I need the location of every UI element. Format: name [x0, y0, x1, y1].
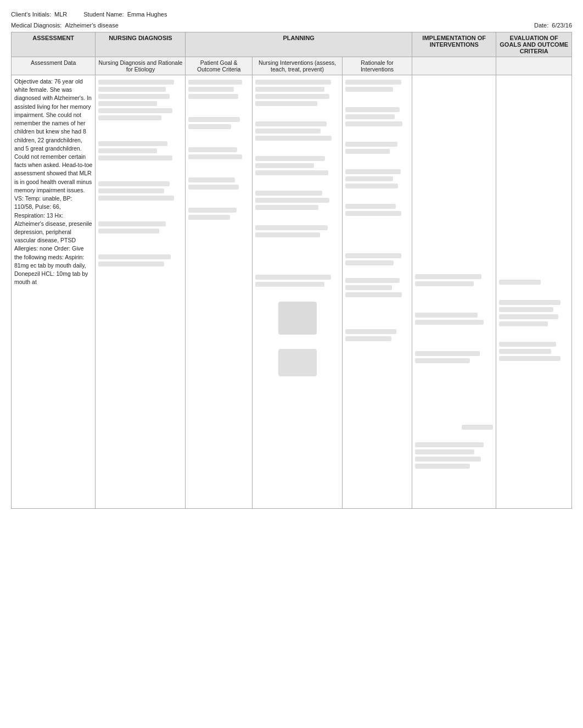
- evaluation-content: [499, 77, 569, 398]
- impl-spacer-6: [415, 432, 493, 440]
- ni-blur-17: [255, 282, 324, 287]
- table-row-main: Objective data: 76 year old white female…: [12, 75, 572, 509]
- sub-rationale-header: Rationale for Interventions: [343, 57, 412, 75]
- ni-blur-13: [255, 205, 318, 210]
- goal-blur-3: [188, 94, 238, 99]
- evaluation-cell: [496, 75, 572, 509]
- clients-initials-label: Client's Initials:: [11, 11, 51, 18]
- image-blur-2: [278, 349, 317, 376]
- blur-16: [98, 262, 164, 266]
- impl-blur-5: [415, 351, 480, 356]
- impl-blur-7: [462, 425, 493, 430]
- goal-spacer-4: [188, 192, 249, 205]
- impl-spacer-top: [415, 80, 493, 272]
- eval-blur-7: [499, 349, 551, 354]
- rat-blur-5: [345, 121, 402, 126]
- image-blur-1: [278, 302, 317, 335]
- impl-spacer-2: [415, 288, 493, 310]
- rat-blur-10: [345, 184, 398, 188]
- rat-blur-7: [345, 149, 390, 154]
- impl-blur-4: [415, 320, 484, 325]
- impl-blur-2: [415, 281, 474, 286]
- rat-blur-15: [345, 278, 400, 283]
- ni-spacer-4: [255, 212, 339, 223]
- rat-spacer-4: [345, 191, 409, 202]
- eval-spacer-4: [499, 363, 569, 396]
- ni-spacer-8: [255, 381, 339, 408]
- impl-spacer-7: [415, 471, 493, 504]
- blur-7: [98, 141, 167, 146]
- eval-blur-4: [499, 314, 558, 319]
- table-header-row-2: Assessment Data Nursing Diagnosis and Ra…: [12, 57, 572, 75]
- goal-spacer-2: [188, 131, 249, 145]
- implementation-header: IMPLEMENTATION OF INTERVENTIONS: [412, 32, 496, 57]
- goal-blur-6: [188, 147, 237, 152]
- blur-3: [98, 94, 170, 99]
- date-value: 6/23/16: [552, 22, 572, 29]
- rat-blur-17: [345, 292, 402, 297]
- nursing-diag-cell: [96, 75, 186, 509]
- rat-spacer-3: [345, 156, 409, 167]
- blur-2: [98, 87, 165, 92]
- rat-blur-6: [345, 142, 397, 147]
- rat-blur-18: [345, 329, 396, 334]
- blur-1: [98, 80, 174, 85]
- impl-spacer-4: [415, 365, 493, 409]
- ni-blur-9: [255, 163, 314, 168]
- planning-header: PLANNING: [186, 32, 412, 57]
- sub-assessment-header: Assessment Data: [12, 57, 96, 75]
- rat-blur-4: [345, 114, 395, 119]
- spacer-5: [98, 269, 182, 324]
- goal-blur-4: [188, 117, 240, 122]
- ni-spacer-1: [255, 108, 339, 119]
- blur-11: [98, 188, 164, 193]
- blur-15: [98, 254, 171, 259]
- eval-spacer-3: [499, 329, 569, 340]
- eval-blur-2: [499, 300, 560, 305]
- impl-blur-1: [415, 274, 481, 279]
- eval-spacer-top: [499, 80, 569, 277]
- goal-blur-10: [188, 208, 236, 213]
- impl-blur-8: [415, 442, 484, 447]
- sub-evaluation-header: [496, 57, 572, 75]
- blur-13: [98, 221, 165, 226]
- eval-blur-8: [499, 356, 560, 361]
- eval-blur-6: [499, 342, 556, 347]
- rat-blur-16: [345, 285, 392, 290]
- ni-blur-14: [255, 225, 328, 230]
- ni-blur-7: [255, 136, 332, 141]
- rat-blur-8: [345, 169, 401, 174]
- student-name-label: Student Name:: [83, 11, 124, 18]
- spacer-3: [98, 203, 182, 219]
- nursing-diagnosis-header: NURSING DIAGNOSIS: [96, 32, 186, 57]
- impl-blur-10: [415, 457, 481, 462]
- nursing-interventions-content: [255, 77, 339, 410]
- patient-goal-cell: [186, 75, 253, 509]
- goal-blur-9: [188, 185, 239, 190]
- blur-8: [98, 148, 157, 153]
- medical-diagnosis-label: Medical Diagnosis:: [11, 22, 61, 29]
- rat-blur-14: [345, 260, 394, 265]
- sub-nursing-interventions-header: Nursing Interventions (assess, teach, tr…: [253, 57, 343, 75]
- impl-blur-9: [415, 449, 474, 454]
- ni-blur-10: [255, 170, 328, 175]
- eval-blur-5: [499, 321, 548, 326]
- rationale-content: [345, 77, 409, 390]
- goal-blur-5: [188, 124, 231, 129]
- rat-blur-1: [345, 80, 401, 85]
- rat-blur-19: [345, 336, 391, 341]
- goal-blur-1: [188, 80, 242, 85]
- ni-blur-12: [255, 198, 329, 203]
- rat-spacer-6: [345, 268, 409, 276]
- rat-spacer-8: [345, 343, 409, 387]
- ni-blur-15: [255, 232, 320, 237]
- ni-blur-11: [255, 191, 322, 196]
- ni-blur-3: [255, 94, 329, 99]
- rat-blur-11: [345, 204, 396, 209]
- nursing-diag-content: [98, 77, 182, 326]
- rat-blur-13: [345, 253, 401, 258]
- eval-spacer-2: [499, 287, 569, 298]
- clients-initials-field: Client's Initials: MLR: [11, 11, 67, 18]
- goal-blur-11: [188, 215, 229, 220]
- ni-blur-5: [255, 121, 327, 126]
